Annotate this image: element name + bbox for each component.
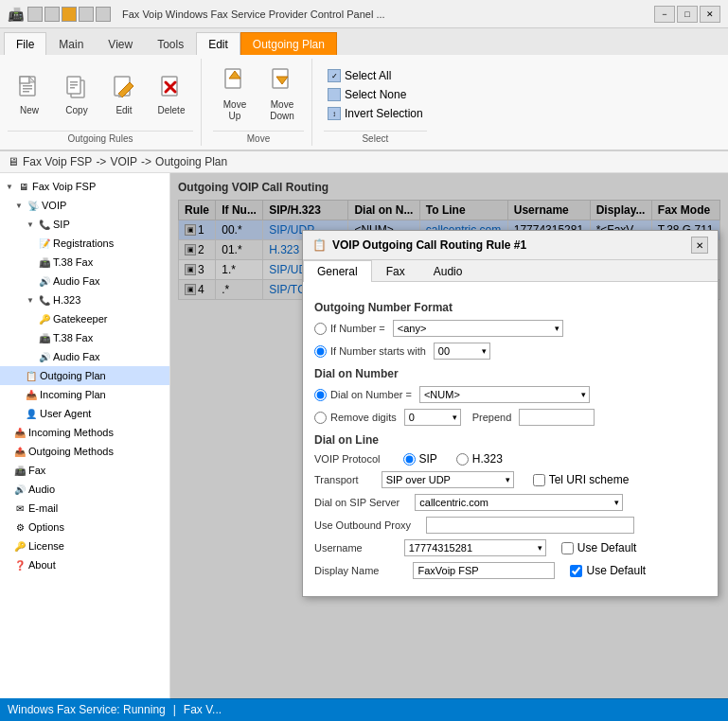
sidebar-item-gatekeeper[interactable]: 🔑 Gatekeeper bbox=[0, 309, 169, 328]
sidebar-item-t38-fax-h323[interactable]: 📠 T.38 Fax bbox=[0, 328, 169, 347]
copy-button[interactable]: Copy bbox=[55, 68, 98, 121]
about-label: About bbox=[28, 559, 56, 571]
sip-radio[interactable] bbox=[403, 453, 416, 466]
delete-button[interactable]: Delete bbox=[150, 68, 193, 121]
if-number-select[interactable]: <any> bbox=[393, 320, 563, 337]
sip-server-select-wrapper[interactable]: callcentric.com bbox=[415, 494, 623, 511]
sidebar-item-audio[interactable]: 🔊 Audio bbox=[0, 480, 169, 499]
tab-view[interactable]: View bbox=[96, 32, 145, 55]
fax-voip-fsp-label: Fax Voip FSP bbox=[32, 181, 96, 192]
invert-selection-button[interactable]: ↕ Invert Selection bbox=[324, 105, 427, 122]
sidebar-item-email[interactable]: ✉ E-mail bbox=[0, 499, 169, 518]
copy-icon bbox=[62, 73, 92, 103]
new-button[interactable]: New bbox=[8, 68, 51, 121]
select-none-button[interactable]: Select None bbox=[324, 86, 427, 103]
tel-uri-label-text: Tel URI scheme bbox=[549, 473, 630, 486]
ribbon-content: New Copy Edit bbox=[0, 55, 728, 149]
remove-digits-radio[interactable] bbox=[314, 412, 327, 424]
delete-icon bbox=[156, 73, 186, 103]
username-label: Username bbox=[314, 542, 363, 554]
transport-select[interactable]: SIP over UDP SIP over TCP bbox=[382, 471, 514, 488]
outbound-proxy-input[interactable] bbox=[426, 517, 634, 534]
tab-outgoing-plan[interactable]: Outgoing Plan bbox=[240, 32, 337, 55]
sidebar-item-audio-fax-h323[interactable]: 🔊 Audio Fax bbox=[0, 347, 169, 366]
if-number-label[interactable]: If Number = bbox=[314, 323, 385, 335]
remove-digits-select[interactable]: 0 bbox=[404, 409, 461, 426]
tab-tools[interactable]: Tools bbox=[145, 32, 196, 55]
minimize-button[interactable]: − bbox=[654, 6, 675, 23]
starts-with-select[interactable]: 00 bbox=[434, 343, 490, 360]
sip-label[interactable]: SIP bbox=[403, 452, 437, 466]
sidebar-item-fax[interactable]: 📠 Fax bbox=[0, 461, 169, 480]
h323-radio[interactable] bbox=[456, 453, 469, 466]
dialog-tab-fax[interactable]: Fax bbox=[372, 260, 419, 282]
dialog-tab-general[interactable]: General bbox=[303, 260, 372, 282]
display-name-use-default-label[interactable]: Use Default bbox=[570, 564, 646, 577]
username-use-default-checkbox[interactable] bbox=[561, 542, 574, 554]
sidebar-item-about[interactable]: ❓ About bbox=[0, 555, 169, 574]
prepend-input[interactable] bbox=[519, 409, 595, 426]
h323-label: H.323 bbox=[53, 294, 80, 306]
dial-on-sip-server-row: Dial on SIP Server callcentric.com bbox=[314, 494, 706, 511]
dialog-tab-audio[interactable]: Audio bbox=[419, 260, 477, 282]
h323-toggle-icon: ▼ bbox=[25, 294, 36, 306]
sidebar-item-options[interactable]: ⚙ Options bbox=[0, 518, 169, 536]
move-down-button[interactable]: MoveDown bbox=[260, 62, 304, 127]
if-number-radio[interactable] bbox=[314, 323, 327, 335]
sidebar-item-license[interactable]: 🔑 License bbox=[0, 536, 169, 555]
display-name-use-default-checkbox[interactable] bbox=[570, 565, 582, 577]
dial-on-line-header: Dial on Line bbox=[314, 433, 706, 447]
dial-on-number-select-wrapper[interactable]: <NUM> bbox=[419, 386, 590, 403]
h323-label[interactable]: H.323 bbox=[456, 452, 503, 466]
sidebar-item-audio-fax-sip[interactable]: 🔊 Audio Fax bbox=[0, 272, 169, 290]
registrations-icon: 📝 bbox=[38, 237, 51, 250]
if-number-starts-radio[interactable] bbox=[314, 345, 327, 358]
dial-on-number-radio[interactable] bbox=[314, 389, 327, 401]
starts-with-select-wrapper[interactable]: 00 bbox=[434, 343, 490, 360]
tel-uri-label[interactable]: Tel URI scheme bbox=[533, 473, 630, 486]
tel-uri-checkbox[interactable] bbox=[533, 474, 545, 486]
outgoing-rules-buttons: New Copy Edit bbox=[8, 59, 193, 131]
toolbar-icon-1 bbox=[27, 7, 43, 22]
if-number-select-wrapper[interactable]: <any> bbox=[393, 320, 563, 337]
sip-server-select[interactable]: callcentric.com bbox=[415, 494, 623, 511]
if-number-starts-label[interactable]: If Number starts with bbox=[314, 345, 426, 358]
window-controls[interactable]: − □ ✕ bbox=[654, 6, 720, 23]
edit-button[interactable]: Edit bbox=[102, 68, 146, 121]
gatekeeper-icon: 🔑 bbox=[38, 312, 51, 325]
move-up-button[interactable]: MoveUp bbox=[213, 62, 257, 127]
transport-select-wrapper[interactable]: SIP over UDP SIP over TCP bbox=[382, 471, 514, 488]
sidebar-item-user-agent[interactable]: 👤 User Agent bbox=[0, 404, 169, 423]
close-button[interactable]: ✕ bbox=[700, 6, 720, 23]
move-up-icon bbox=[220, 67, 250, 97]
select-group-label: Select bbox=[324, 131, 427, 146]
sidebar-item-sip[interactable]: ▼ 📞 SIP bbox=[0, 215, 169, 234]
maximize-button[interactable]: □ bbox=[677, 6, 698, 23]
dial-on-number-select[interactable]: <NUM> bbox=[419, 386, 590, 403]
sidebar-item-outgoing-plan[interactable]: 📋 Outgoing Plan bbox=[0, 366, 169, 385]
username-use-default-text: Use Default bbox=[577, 541, 637, 554]
sidebar-item-incoming-plan[interactable]: 📥 Incoming Plan bbox=[0, 385, 169, 404]
username-select-wrapper[interactable]: 17774315281 bbox=[404, 539, 546, 556]
sidebar-item-voip[interactable]: ▼ 📡 VOIP bbox=[0, 196, 169, 215]
username-select[interactable]: 17774315281 bbox=[404, 539, 546, 556]
dialog-close-button[interactable]: ✕ bbox=[691, 237, 708, 254]
sidebar-item-h323[interactable]: ▼ 📞 H.323 bbox=[0, 290, 169, 309]
sidebar-item-fax-voip-fsp[interactable]: ▼ 🖥 Fax Voip FSP bbox=[0, 177, 169, 196]
select-all-button[interactable]: ✓ Select All bbox=[324, 67, 427, 84]
title-bar-left: 📠 Fax Voip Windows Fax Service Provider … bbox=[8, 7, 385, 22]
tab-file[interactable]: File bbox=[4, 32, 46, 55]
username-use-default-label[interactable]: Use Default bbox=[561, 541, 637, 554]
display-name-input[interactable] bbox=[413, 562, 555, 579]
sidebar-item-incoming-methods[interactable]: 📥 Incoming Methods bbox=[0, 423, 169, 442]
remove-digits-select-wrapper[interactable]: 0 bbox=[404, 409, 461, 426]
move-down-label: MoveDown bbox=[270, 99, 294, 122]
tab-main[interactable]: Main bbox=[46, 32, 96, 55]
sidebar-item-registrations[interactable]: 📝 Registrations bbox=[0, 234, 169, 253]
sidebar-item-t38-fax-sip[interactable]: 📠 T.38 Fax bbox=[0, 253, 169, 272]
dial-on-number-label[interactable]: Dial on Number = bbox=[314, 389, 412, 401]
tab-edit[interactable]: Edit bbox=[196, 32, 240, 55]
sidebar-item-outgoing-methods[interactable]: 📤 Outgoing Methods bbox=[0, 442, 169, 461]
remove-digits-label[interactable]: Remove digits bbox=[314, 412, 397, 424]
app-icon: 📠 bbox=[8, 7, 24, 22]
